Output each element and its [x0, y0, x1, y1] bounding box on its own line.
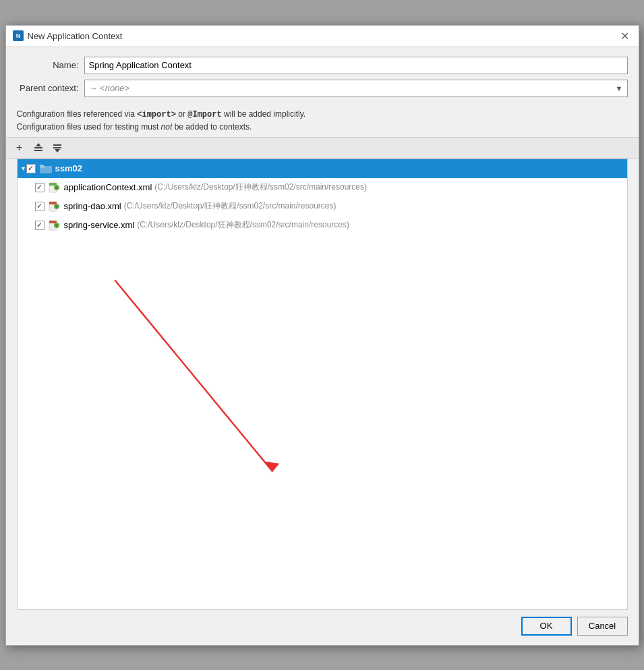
svg-marker-4 [36, 143, 41, 146]
spring-file-icon [49, 220, 61, 231]
button-row: OK Cancel [6, 610, 639, 645]
ok-button[interactable]: OK [521, 617, 572, 636]
form-area: Name: Parent context: → <none> ▼ [6, 47, 639, 105]
info-atimport-tag: @Import [187, 110, 221, 119]
folder-icon [40, 164, 52, 173]
info-not-text: not [161, 122, 173, 132]
spring-file-icon [49, 201, 61, 212]
name-row: Name: [17, 57, 628, 74]
name-input[interactable] [84, 57, 628, 74]
root-folder-name: ssm02 [55, 163, 82, 173]
file1-path: (C:/Users/klz/Desktop/狂神教程/ssm02/src/mai… [154, 182, 367, 193]
cancel-button[interactable]: Cancel [577, 617, 628, 636]
move-up-icon [33, 142, 44, 153]
dialog-title: New Application Context [28, 31, 123, 41]
name-label: Name: [17, 60, 84, 70]
svg-point-18 [55, 205, 58, 208]
add-button[interactable]: + [11, 140, 28, 156]
move-down-button[interactable] [49, 140, 65, 156]
info-import-tag: <import> [137, 110, 176, 119]
info-line1: Configuration files referenced via <impo… [17, 108, 628, 121]
chevron-down-icon: ▼ [616, 84, 623, 92]
close-button[interactable]: ✕ [618, 29, 632, 43]
info-line1-suffix: will be added implicitly. [222, 109, 306, 119]
tree-toolbar: + [6, 137, 639, 159]
spring-file-icon [49, 182, 61, 193]
svg-rect-3 [34, 150, 42, 151]
parent-context-select[interactable]: → <none> ▼ [84, 80, 628, 97]
svg-rect-2 [34, 147, 42, 148]
svg-marker-24 [264, 461, 279, 471]
svg-marker-7 [55, 149, 60, 152]
svg-rect-10 [40, 165, 44, 167]
parent-label: Parent context: [17, 83, 84, 93]
file-tree: ▾ ssm02 ap [17, 159, 628, 610]
file1-name: applicationContext.xml [64, 182, 152, 192]
svg-text:N: N [16, 32, 20, 39]
svg-line-23 [115, 280, 272, 472]
parent-row: Parent context: → <none> ▼ [17, 80, 628, 97]
parent-select-value: → <none> [89, 83, 130, 93]
dialog-container: N New Application Context ✕ Name: Parent… [5, 25, 639, 646]
file2-checkbox[interactable] [35, 202, 45, 211]
file3-name: spring-service.xml [64, 220, 135, 230]
file3-path: (C:/Users/klz/Desktop/狂神教程/ssm02/src/mai… [137, 219, 349, 231]
file2-name: spring-dao.xml [64, 201, 121, 211]
tree-file-item[interactable]: applicationContext.xml (C:/Users/klz/Des… [18, 178, 627, 197]
title-bar-left: N New Application Context [13, 30, 123, 41]
tree-file-item[interactable]: spring-dao.xml (C:/Users/klz/Desktop/狂神教… [18, 197, 627, 216]
root-checkbox[interactable] [26, 164, 36, 173]
info-line1-prefix: Configuration files referenced via [17, 109, 138, 119]
file3-checkbox[interactable] [35, 221, 45, 230]
app-icon: N [13, 30, 24, 41]
title-bar: N New Application Context ✕ [6, 26, 639, 47]
tree-file-item[interactable]: spring-service.xml (C:/Users/klz/Desktop… [18, 216, 627, 235]
file2-path: (C:/Users/klz/Desktop/狂神教程/ssm02/src/mai… [124, 200, 336, 212]
svg-rect-6 [53, 147, 61, 148]
tree-root-item[interactable]: ▾ ssm02 [18, 159, 627, 178]
info-line1-mid: or [176, 109, 187, 119]
info-line2-prefix: Configuration files used for testing mus… [17, 122, 161, 132]
svg-point-22 [55, 224, 58, 227]
move-up-button[interactable] [30, 140, 47, 156]
info-line2-suffix: be added to contexts. [172, 122, 252, 132]
expand-chevron: ▾ [22, 165, 25, 172]
info-line2: Configuration files used for testing mus… [17, 121, 628, 133]
svg-rect-5 [53, 144, 61, 146]
svg-point-14 [55, 186, 58, 189]
info-area: Configuration files referenced via <impo… [6, 105, 639, 137]
file1-checkbox[interactable] [35, 183, 45, 192]
move-down-icon [52, 142, 63, 153]
